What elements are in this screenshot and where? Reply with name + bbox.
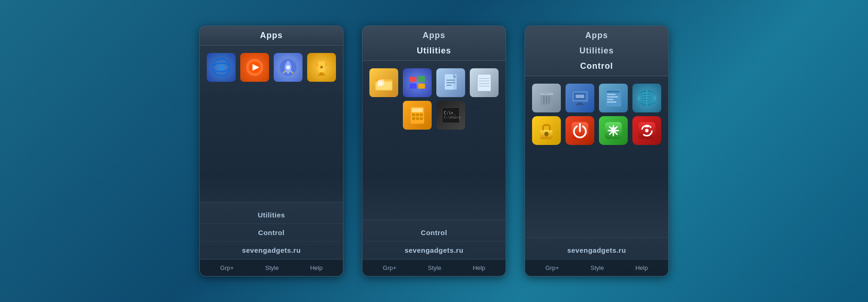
svg-rect-19 <box>410 84 417 89</box>
svg-text:C:\>_: C:\>_ <box>444 111 455 115</box>
icon-row-1: e <box>205 53 337 82</box>
style-btn-2[interactable]: Style <box>425 263 444 272</box>
footer-3: sevengadgets.ru Grp+ Style Help <box>525 237 668 276</box>
trophy-icon[interactable]: ★ <box>307 53 336 82</box>
nav-utilities-3[interactable]: Utilities <box>525 43 668 59</box>
bottom-bar-3: Grp+ Style Help <box>525 259 668 276</box>
footer-2: Control sevengadgets.ru Grp+ Style Help <box>362 220 506 276</box>
style-btn-3[interactable]: Style <box>588 263 607 272</box>
recycle-bin-icon[interactable] <box>532 84 561 112</box>
svg-rect-40 <box>420 118 423 120</box>
svg-rect-16 <box>380 79 384 85</box>
svg-rect-39 <box>416 118 419 120</box>
icon-row-2-1 <box>368 68 500 97</box>
nav-apps-3[interactable]: Apps <box>525 28 668 43</box>
svg-rect-37 <box>420 113 423 116</box>
footer-website-1[interactable]: sevengadgets.ru <box>200 242 343 259</box>
lock-icon[interactable] <box>532 116 561 145</box>
svg-point-85 <box>645 129 648 132</box>
svg-rect-20 <box>418 84 425 89</box>
help-btn-3[interactable]: Help <box>632 263 651 272</box>
svg-rect-8 <box>320 72 323 74</box>
notepad-icon[interactable] <box>470 68 499 97</box>
ie-icon[interactable]: e <box>207 53 236 82</box>
top-bar-3: Apps Utilities Control <box>525 26 668 76</box>
icons-area-2: C:\>_ C:\Users> <box>362 61 506 220</box>
game-icon[interactable] <box>274 53 302 82</box>
icon-row-3-2 <box>531 116 663 145</box>
network-icon[interactable] <box>632 84 661 112</box>
footer-1: Utilities Control sevengadgets.ru Grp+ S… <box>200 202 343 276</box>
bottom-bar-1: Grp+ Style Help <box>200 259 343 276</box>
svg-rect-61 <box>607 99 613 100</box>
svg-text:C:\Users>: C:\Users> <box>444 115 461 119</box>
svg-rect-22 <box>445 74 453 90</box>
footer-control-2[interactable]: Control <box>362 224 506 242</box>
widget-card-3: Apps Utilities Control <box>525 26 669 276</box>
mediaplayer-icon[interactable] <box>240 53 269 82</box>
folder-icon[interactable] <box>369 68 398 97</box>
svg-rect-62 <box>607 101 616 103</box>
svg-rect-9 <box>318 74 325 76</box>
grp-btn-3[interactable]: Grp+ <box>543 263 562 272</box>
cmd-icon[interactable]: C:\>_ C:\Users> <box>436 101 465 130</box>
footer-website-2[interactable]: sevengadgets.ru <box>362 242 506 259</box>
svg-rect-18 <box>418 76 425 82</box>
grp-btn-1[interactable]: Grp+ <box>217 263 237 272</box>
windows-icon[interactable] <box>403 68 432 97</box>
nav-apps-2[interactable]: Apps <box>362 28 506 43</box>
svg-rect-56 <box>576 95 584 98</box>
icons-area-3 <box>525 76 668 237</box>
grp-btn-2[interactable]: Grp+ <box>380 263 399 272</box>
power-icon[interactable] <box>566 116 594 145</box>
footer-utilities-1[interactable]: Utilities <box>200 206 343 224</box>
document-icon[interactable] <box>436 68 465 97</box>
svg-rect-71 <box>546 134 547 137</box>
widget-card-1: Apps e <box>199 26 343 276</box>
calculator-icon[interactable] <box>403 101 432 130</box>
restart-icon[interactable] <box>632 116 661 145</box>
svg-rect-58 <box>607 91 620 92</box>
footer-website-3[interactable]: sevengadgets.ru <box>525 242 668 259</box>
svg-rect-36 <box>416 113 419 116</box>
svg-rect-59 <box>607 94 615 95</box>
svg-rect-35 <box>412 113 415 116</box>
remote-desktop-icon[interactable] <box>566 84 594 112</box>
svg-rect-60 <box>607 96 618 98</box>
footer-control-1[interactable]: Control <box>200 224 343 242</box>
top-bar-2: Apps Utilities <box>362 26 506 61</box>
nav-control-3[interactable]: Control <box>525 59 668 74</box>
svg-rect-53 <box>578 102 583 104</box>
nav-utilities-2[interactable]: Utilities <box>362 43 506 59</box>
svg-text:★: ★ <box>319 64 324 70</box>
help-btn-1[interactable]: Help <box>307 263 325 272</box>
top-bar-1: Apps <box>200 26 343 46</box>
nav-apps-1[interactable]: Apps <box>200 28 343 43</box>
svg-rect-38 <box>412 118 415 120</box>
svg-rect-47 <box>544 91 550 93</box>
help-btn-2[interactable]: Help <box>470 263 488 272</box>
task-manager-icon[interactable] <box>599 84 628 112</box>
icon-row-3-1 <box>531 84 663 112</box>
svg-point-7 <box>286 65 290 69</box>
svg-rect-27 <box>477 74 491 92</box>
icon-row-2-2: C:\>_ C:\Users> <box>368 101 500 130</box>
sleep-icon[interactable] <box>599 116 628 145</box>
svg-rect-17 <box>410 77 417 82</box>
style-btn-1[interactable]: Style <box>263 263 282 272</box>
svg-rect-34 <box>412 108 423 112</box>
icons-area-1: e <box>200 46 343 202</box>
svg-rect-54 <box>576 104 584 105</box>
svg-text:e: e <box>219 62 224 72</box>
widget-card-2: Apps Utilities <box>362 26 506 276</box>
bottom-bar-2: Grp+ Style Help <box>362 259 506 276</box>
